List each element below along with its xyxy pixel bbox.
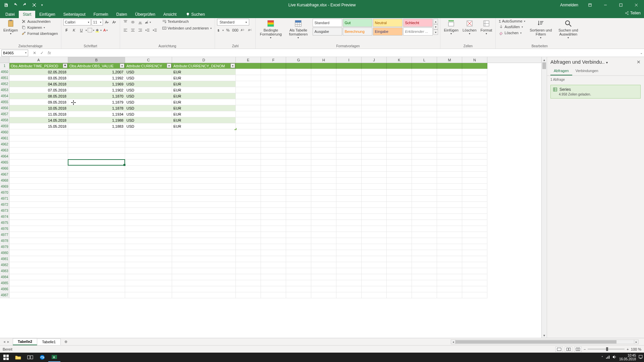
cell[interactable] bbox=[172, 184, 236, 190]
cell[interactable] bbox=[261, 172, 286, 178]
cell[interactable] bbox=[387, 105, 412, 111]
cell[interactable] bbox=[336, 129, 362, 135]
cell[interactable] bbox=[172, 172, 236, 178]
cell[interactable] bbox=[387, 178, 412, 184]
cell[interactable] bbox=[412, 93, 437, 99]
cell[interactable]: 1,1879 bbox=[68, 99, 125, 105]
cell[interactable] bbox=[261, 256, 286, 262]
cell[interactable] bbox=[311, 262, 336, 268]
cell[interactable] bbox=[362, 184, 387, 190]
select-all-corner[interactable] bbox=[0, 57, 9, 63]
cell[interactable] bbox=[336, 99, 362, 105]
vertical-scrollbar[interactable]: ▴ ▾ bbox=[541, 57, 547, 338]
cell[interactable]: 1,1902 bbox=[68, 87, 125, 93]
cell[interactable] bbox=[68, 154, 125, 160]
cell[interactable] bbox=[9, 268, 68, 274]
format-as-table-button[interactable]: Als Tabelle formatieren▾ bbox=[285, 19, 311, 40]
cell[interactable] bbox=[68, 232, 125, 238]
cell[interactable] bbox=[336, 178, 362, 184]
align-right-button[interactable] bbox=[137, 27, 144, 34]
cell[interactable] bbox=[236, 111, 261, 117]
file-explorer-button[interactable] bbox=[12, 353, 24, 362]
cell[interactable] bbox=[412, 238, 437, 244]
cell[interactable] bbox=[68, 172, 125, 178]
cell[interactable] bbox=[437, 75, 462, 81]
minimize-button[interactable] bbox=[598, 0, 613, 10]
row-header[interactable]: 4961 bbox=[0, 135, 9, 141]
cell[interactable] bbox=[311, 196, 336, 202]
cell[interactable] bbox=[286, 220, 311, 226]
cell[interactable] bbox=[412, 226, 437, 232]
cell[interactable] bbox=[311, 69, 336, 75]
cell[interactable] bbox=[462, 135, 487, 141]
tab-ansicht[interactable]: Ansicht bbox=[159, 11, 180, 18]
cell[interactable] bbox=[311, 250, 336, 256]
cell[interactable] bbox=[387, 292, 412, 298]
signin-button[interactable]: Anmelden bbox=[556, 3, 582, 7]
filter-button[interactable]: ▾ bbox=[120, 63, 124, 68]
cell[interactable] bbox=[236, 81, 261, 87]
cell[interactable] bbox=[362, 111, 387, 117]
cell[interactable] bbox=[336, 105, 362, 111]
cell[interactable] bbox=[362, 226, 387, 232]
cell[interactable] bbox=[412, 129, 437, 135]
row-header[interactable]: 4962 bbox=[0, 141, 9, 147]
cell[interactable] bbox=[261, 238, 286, 244]
cell[interactable] bbox=[311, 93, 336, 99]
cell[interactable] bbox=[311, 292, 336, 298]
row-header[interactable]: 4977 bbox=[0, 232, 9, 238]
cell[interactable] bbox=[462, 69, 487, 75]
scroll-down-button[interactable]: ▾ bbox=[542, 333, 547, 338]
grow-font-button[interactable]: A▴ bbox=[104, 19, 110, 25]
touch-mode-button[interactable] bbox=[30, 1, 38, 9]
filter-button[interactable]: ▾ bbox=[230, 63, 235, 68]
cell[interactable] bbox=[9, 166, 68, 172]
cell[interactable] bbox=[412, 178, 437, 184]
cell[interactable] bbox=[9, 292, 68, 298]
cell[interactable] bbox=[336, 111, 362, 117]
cell[interactable] bbox=[387, 268, 412, 274]
cell[interactable] bbox=[387, 202, 412, 208]
cell[interactable] bbox=[362, 105, 387, 111]
cell[interactable] bbox=[172, 208, 236, 214]
cell[interactable] bbox=[362, 93, 387, 99]
cell[interactable] bbox=[336, 244, 362, 250]
cell[interactable] bbox=[362, 99, 387, 105]
cell[interactable] bbox=[336, 280, 362, 286]
cell[interactable] bbox=[437, 166, 462, 172]
cell[interactable] bbox=[236, 117, 261, 123]
cell[interactable]: 14.05.2018 bbox=[9, 117, 68, 123]
cell[interactable] bbox=[336, 196, 362, 202]
cell[interactable] bbox=[462, 160, 487, 166]
cell[interactable] bbox=[311, 178, 336, 184]
cell[interactable] bbox=[172, 238, 236, 244]
cell[interactable] bbox=[261, 250, 286, 256]
column-header-E[interactable]: E bbox=[236, 57, 261, 63]
column-header-G[interactable]: G bbox=[286, 57, 311, 63]
paste-button[interactable]: Einfügen ▾ bbox=[2, 19, 19, 36]
start-button[interactable] bbox=[0, 353, 12, 362]
cell[interactable] bbox=[412, 99, 437, 105]
cell[interactable] bbox=[9, 286, 68, 292]
row-header[interactable]: 4984 bbox=[0, 274, 9, 280]
cell[interactable] bbox=[462, 184, 487, 190]
cell[interactable] bbox=[68, 202, 125, 208]
cell[interactable] bbox=[236, 147, 261, 154]
tray-network-icon[interactable] bbox=[606, 355, 610, 360]
cell[interactable]: EUR bbox=[172, 123, 236, 129]
cell[interactable]: EUR bbox=[172, 105, 236, 111]
cell[interactable] bbox=[236, 274, 261, 280]
cell[interactable] bbox=[311, 141, 336, 147]
cell[interactable] bbox=[412, 135, 437, 141]
cell[interactable] bbox=[125, 220, 172, 226]
cell[interactable]: 1,2007 bbox=[68, 69, 125, 75]
cell[interactable] bbox=[236, 184, 261, 190]
cell[interactable] bbox=[172, 286, 236, 292]
cell[interactable] bbox=[311, 123, 336, 129]
row-header[interactable]: 4963 bbox=[0, 147, 9, 154]
cell[interactable] bbox=[462, 292, 487, 298]
table-header-cell[interactable] bbox=[462, 63, 487, 69]
cell[interactable] bbox=[68, 226, 125, 232]
tab-connections[interactable]: Verbindungen bbox=[572, 67, 602, 75]
cell[interactable] bbox=[412, 268, 437, 274]
